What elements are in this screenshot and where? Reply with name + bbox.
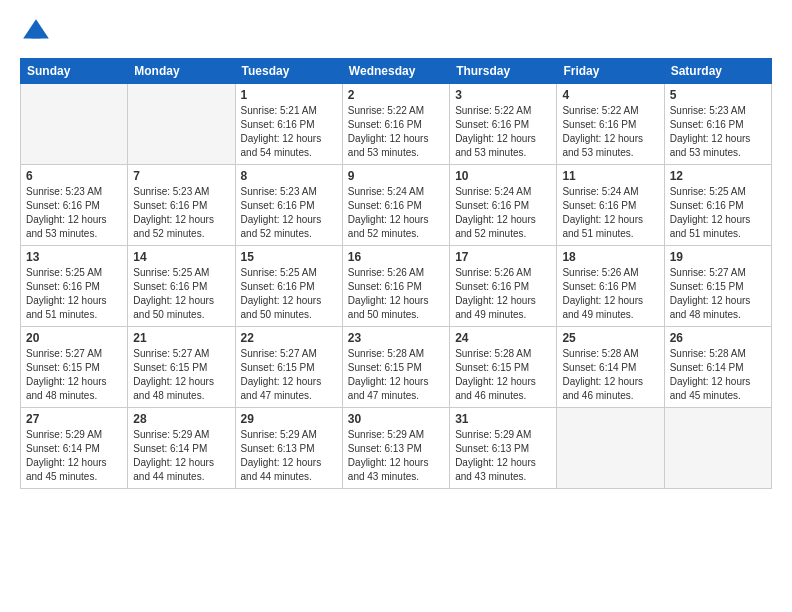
day-info: Sunrise: 5:29 AM Sunset: 6:13 PM Dayligh… <box>455 428 551 484</box>
day-number: 2 <box>348 88 444 102</box>
day-info: Sunrise: 5:23 AM Sunset: 6:16 PM Dayligh… <box>670 104 766 160</box>
day-info: Sunrise: 5:27 AM Sunset: 6:15 PM Dayligh… <box>26 347 122 403</box>
day-info: Sunrise: 5:25 AM Sunset: 6:16 PM Dayligh… <box>241 266 337 322</box>
day-info: Sunrise: 5:29 AM Sunset: 6:13 PM Dayligh… <box>348 428 444 484</box>
weekday-header-row: SundayMondayTuesdayWednesdayThursdayFrid… <box>21 59 772 84</box>
day-cell: 23Sunrise: 5:28 AM Sunset: 6:15 PM Dayli… <box>342 327 449 408</box>
day-info: Sunrise: 5:25 AM Sunset: 6:16 PM Dayligh… <box>26 266 122 322</box>
day-info: Sunrise: 5:27 AM Sunset: 6:15 PM Dayligh… <box>133 347 229 403</box>
day-cell: 28Sunrise: 5:29 AM Sunset: 6:14 PM Dayli… <box>128 408 235 489</box>
day-number: 23 <box>348 331 444 345</box>
day-cell: 29Sunrise: 5:29 AM Sunset: 6:13 PM Dayli… <box>235 408 342 489</box>
day-number: 19 <box>670 250 766 264</box>
day-info: Sunrise: 5:23 AM Sunset: 6:16 PM Dayligh… <box>133 185 229 241</box>
day-cell: 21Sunrise: 5:27 AM Sunset: 6:15 PM Dayli… <box>128 327 235 408</box>
day-number: 12 <box>670 169 766 183</box>
day-number: 31 <box>455 412 551 426</box>
day-info: Sunrise: 5:25 AM Sunset: 6:16 PM Dayligh… <box>670 185 766 241</box>
day-cell: 20Sunrise: 5:27 AM Sunset: 6:15 PM Dayli… <box>21 327 128 408</box>
day-number: 22 <box>241 331 337 345</box>
day-info: Sunrise: 5:26 AM Sunset: 6:16 PM Dayligh… <box>348 266 444 322</box>
logo <box>20 16 56 48</box>
day-number: 15 <box>241 250 337 264</box>
day-cell <box>128 84 235 165</box>
day-number: 1 <box>241 88 337 102</box>
day-info: Sunrise: 5:22 AM Sunset: 6:16 PM Dayligh… <box>348 104 444 160</box>
day-cell: 2Sunrise: 5:22 AM Sunset: 6:16 PM Daylig… <box>342 84 449 165</box>
day-number: 11 <box>562 169 658 183</box>
day-cell: 1Sunrise: 5:21 AM Sunset: 6:16 PM Daylig… <box>235 84 342 165</box>
day-cell: 7Sunrise: 5:23 AM Sunset: 6:16 PM Daylig… <box>128 165 235 246</box>
day-number: 20 <box>26 331 122 345</box>
day-number: 3 <box>455 88 551 102</box>
day-info: Sunrise: 5:29 AM Sunset: 6:14 PM Dayligh… <box>133 428 229 484</box>
weekday-header-friday: Friday <box>557 59 664 84</box>
day-info: Sunrise: 5:24 AM Sunset: 6:16 PM Dayligh… <box>455 185 551 241</box>
day-number: 21 <box>133 331 229 345</box>
week-row-5: 27Sunrise: 5:29 AM Sunset: 6:14 PM Dayli… <box>21 408 772 489</box>
day-cell: 26Sunrise: 5:28 AM Sunset: 6:14 PM Dayli… <box>664 327 771 408</box>
day-info: Sunrise: 5:24 AM Sunset: 6:16 PM Dayligh… <box>562 185 658 241</box>
day-cell: 12Sunrise: 5:25 AM Sunset: 6:16 PM Dayli… <box>664 165 771 246</box>
svg-rect-1 <box>31 32 41 38</box>
day-cell: 13Sunrise: 5:25 AM Sunset: 6:16 PM Dayli… <box>21 246 128 327</box>
week-row-4: 20Sunrise: 5:27 AM Sunset: 6:15 PM Dayli… <box>21 327 772 408</box>
day-cell: 16Sunrise: 5:26 AM Sunset: 6:16 PM Dayli… <box>342 246 449 327</box>
day-cell: 8Sunrise: 5:23 AM Sunset: 6:16 PM Daylig… <box>235 165 342 246</box>
day-cell: 22Sunrise: 5:27 AM Sunset: 6:15 PM Dayli… <box>235 327 342 408</box>
day-number: 5 <box>670 88 766 102</box>
weekday-header-tuesday: Tuesday <box>235 59 342 84</box>
day-info: Sunrise: 5:22 AM Sunset: 6:16 PM Dayligh… <box>562 104 658 160</box>
weekday-header-saturday: Saturday <box>664 59 771 84</box>
day-number: 18 <box>562 250 658 264</box>
day-info: Sunrise: 5:23 AM Sunset: 6:16 PM Dayligh… <box>241 185 337 241</box>
day-info: Sunrise: 5:28 AM Sunset: 6:15 PM Dayligh… <box>455 347 551 403</box>
day-cell <box>664 408 771 489</box>
day-number: 29 <box>241 412 337 426</box>
day-cell: 17Sunrise: 5:26 AM Sunset: 6:16 PM Dayli… <box>450 246 557 327</box>
day-number: 6 <box>26 169 122 183</box>
calendar: SundayMondayTuesdayWednesdayThursdayFrid… <box>20 58 772 489</box>
day-number: 16 <box>348 250 444 264</box>
day-cell: 4Sunrise: 5:22 AM Sunset: 6:16 PM Daylig… <box>557 84 664 165</box>
weekday-header-wednesday: Wednesday <box>342 59 449 84</box>
day-info: Sunrise: 5:26 AM Sunset: 6:16 PM Dayligh… <box>455 266 551 322</box>
week-row-2: 6Sunrise: 5:23 AM Sunset: 6:16 PM Daylig… <box>21 165 772 246</box>
day-number: 4 <box>562 88 658 102</box>
day-cell: 10Sunrise: 5:24 AM Sunset: 6:16 PM Dayli… <box>450 165 557 246</box>
day-info: Sunrise: 5:28 AM Sunset: 6:14 PM Dayligh… <box>670 347 766 403</box>
day-cell: 31Sunrise: 5:29 AM Sunset: 6:13 PM Dayli… <box>450 408 557 489</box>
day-cell: 19Sunrise: 5:27 AM Sunset: 6:15 PM Dayli… <box>664 246 771 327</box>
day-number: 7 <box>133 169 229 183</box>
day-info: Sunrise: 5:27 AM Sunset: 6:15 PM Dayligh… <box>670 266 766 322</box>
day-info: Sunrise: 5:23 AM Sunset: 6:16 PM Dayligh… <box>26 185 122 241</box>
day-number: 13 <box>26 250 122 264</box>
day-number: 26 <box>670 331 766 345</box>
weekday-header-sunday: Sunday <box>21 59 128 84</box>
day-number: 10 <box>455 169 551 183</box>
day-cell: 25Sunrise: 5:28 AM Sunset: 6:14 PM Dayli… <box>557 327 664 408</box>
day-info: Sunrise: 5:25 AM Sunset: 6:16 PM Dayligh… <box>133 266 229 322</box>
page: SundayMondayTuesdayWednesdayThursdayFrid… <box>0 0 792 612</box>
day-cell: 27Sunrise: 5:29 AM Sunset: 6:14 PM Dayli… <box>21 408 128 489</box>
day-cell: 24Sunrise: 5:28 AM Sunset: 6:15 PM Dayli… <box>450 327 557 408</box>
day-info: Sunrise: 5:26 AM Sunset: 6:16 PM Dayligh… <box>562 266 658 322</box>
day-cell: 3Sunrise: 5:22 AM Sunset: 6:16 PM Daylig… <box>450 84 557 165</box>
day-cell: 9Sunrise: 5:24 AM Sunset: 6:16 PM Daylig… <box>342 165 449 246</box>
day-number: 25 <box>562 331 658 345</box>
day-info: Sunrise: 5:28 AM Sunset: 6:15 PM Dayligh… <box>348 347 444 403</box>
day-cell: 6Sunrise: 5:23 AM Sunset: 6:16 PM Daylig… <box>21 165 128 246</box>
logo-icon <box>20 16 52 48</box>
day-number: 9 <box>348 169 444 183</box>
day-info: Sunrise: 5:29 AM Sunset: 6:13 PM Dayligh… <box>241 428 337 484</box>
day-cell: 18Sunrise: 5:26 AM Sunset: 6:16 PM Dayli… <box>557 246 664 327</box>
day-number: 24 <box>455 331 551 345</box>
day-number: 30 <box>348 412 444 426</box>
day-info: Sunrise: 5:27 AM Sunset: 6:15 PM Dayligh… <box>241 347 337 403</box>
day-info: Sunrise: 5:29 AM Sunset: 6:14 PM Dayligh… <box>26 428 122 484</box>
day-info: Sunrise: 5:22 AM Sunset: 6:16 PM Dayligh… <box>455 104 551 160</box>
header <box>20 16 772 48</box>
day-cell: 30Sunrise: 5:29 AM Sunset: 6:13 PM Dayli… <box>342 408 449 489</box>
day-number: 8 <box>241 169 337 183</box>
day-number: 27 <box>26 412 122 426</box>
